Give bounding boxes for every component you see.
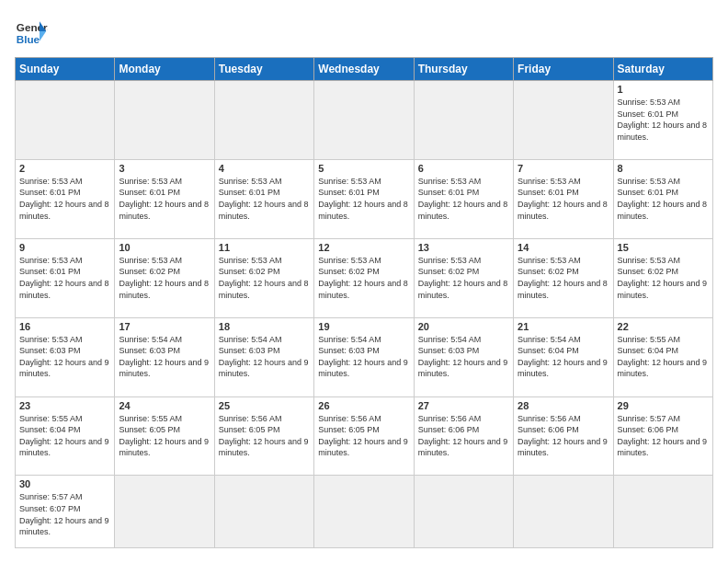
calendar-cell: 3Sunrise: 5:53 AMSunset: 6:01 PMDaylight… xyxy=(115,159,214,238)
day-info: Sunrise: 5:54 AMSunset: 6:04 PMDaylight:… xyxy=(518,334,609,380)
day-info: Sunrise: 5:55 AMSunset: 6:04 PMDaylight:… xyxy=(19,413,110,459)
calendar-cell: 20Sunrise: 5:54 AMSunset: 6:03 PMDayligh… xyxy=(414,317,513,396)
day-number: 9 xyxy=(19,242,110,253)
calendar-week-3: 9Sunrise: 5:53 AMSunset: 6:01 PMDaylight… xyxy=(16,238,713,317)
calendar-cell: 15Sunrise: 5:53 AMSunset: 6:02 PMDayligh… xyxy=(613,238,712,317)
day-info: Sunrise: 5:53 AMSunset: 6:02 PMDaylight:… xyxy=(618,255,709,301)
page: General Blue SundayMondayTuesdayWednesda… xyxy=(0,0,728,563)
calendar-cell: 29Sunrise: 5:57 AMSunset: 6:06 PMDayligh… xyxy=(613,396,712,476)
day-info: Sunrise: 5:53 AMSunset: 6:02 PMDaylight:… xyxy=(518,255,609,301)
day-info: Sunrise: 5:54 AMSunset: 6:03 PMDaylight:… xyxy=(219,334,310,380)
calendar-header-row: SundayMondayTuesdayWednesdayThursdayFrid… xyxy=(16,58,713,81)
day-number: 25 xyxy=(219,400,310,411)
calendar-header-wednesday: Wednesday xyxy=(314,58,414,81)
day-number: 18 xyxy=(219,321,310,332)
calendar-cell: 27Sunrise: 5:56 AMSunset: 6:06 PMDayligh… xyxy=(414,396,513,476)
calendar-header-thursday: Thursday xyxy=(414,58,513,81)
day-info: Sunrise: 5:53 AMSunset: 6:01 PMDaylight:… xyxy=(418,176,509,222)
calendar-cell: 25Sunrise: 5:56 AMSunset: 6:05 PMDayligh… xyxy=(214,396,313,476)
day-number: 4 xyxy=(219,163,310,174)
day-number: 13 xyxy=(418,242,509,253)
day-info: Sunrise: 5:54 AMSunset: 6:03 PMDaylight:… xyxy=(418,334,509,380)
calendar-cell: 5Sunrise: 5:53 AMSunset: 6:01 PMDaylight… xyxy=(314,159,414,238)
day-info: Sunrise: 5:53 AMSunset: 6:03 PMDaylight:… xyxy=(19,334,110,380)
day-info: Sunrise: 5:56 AMSunset: 6:05 PMDaylight:… xyxy=(219,413,310,459)
calendar-cell: 14Sunrise: 5:53 AMSunset: 6:02 PMDayligh… xyxy=(514,238,613,317)
day-number: 24 xyxy=(119,400,210,411)
calendar-cell xyxy=(514,81,613,160)
calendar-table: SundayMondayTuesdayWednesdayThursdayFrid… xyxy=(15,57,713,548)
day-info: Sunrise: 5:53 AMSunset: 6:01 PMDaylight:… xyxy=(618,176,709,222)
calendar-cell xyxy=(314,81,414,160)
day-number: 17 xyxy=(119,321,210,332)
svg-marker-3 xyxy=(40,31,46,41)
day-number: 5 xyxy=(318,163,409,174)
calendar-cell xyxy=(115,476,214,548)
calendar-cell: 24Sunrise: 5:55 AMSunset: 6:05 PMDayligh… xyxy=(115,396,214,476)
day-info: Sunrise: 5:57 AMSunset: 6:07 PMDaylight:… xyxy=(19,491,110,537)
calendar-cell xyxy=(16,81,115,160)
day-number: 8 xyxy=(618,163,709,174)
calendar-cell: 26Sunrise: 5:56 AMSunset: 6:05 PMDayligh… xyxy=(314,396,414,476)
day-number: 1 xyxy=(618,84,709,95)
day-info: Sunrise: 5:56 AMSunset: 6:06 PMDaylight:… xyxy=(418,413,509,459)
calendar-week-1: 1Sunrise: 5:53 AMSunset: 6:01 PMDaylight… xyxy=(16,81,713,160)
calendar-cell: 2Sunrise: 5:53 AMSunset: 6:01 PMDaylight… xyxy=(16,159,115,238)
calendar-cell xyxy=(214,81,313,160)
day-info: Sunrise: 5:53 AMSunset: 6:01 PMDaylight:… xyxy=(618,97,709,143)
calendar-cell xyxy=(214,476,313,548)
calendar-cell: 11Sunrise: 5:53 AMSunset: 6:02 PMDayligh… xyxy=(214,238,313,317)
calendar-header-saturday: Saturday xyxy=(613,58,712,81)
calendar-cell: 18Sunrise: 5:54 AMSunset: 6:03 PMDayligh… xyxy=(214,317,313,396)
calendar-cell: 8Sunrise: 5:53 AMSunset: 6:01 PMDaylight… xyxy=(613,159,712,238)
calendar-cell: 17Sunrise: 5:54 AMSunset: 6:03 PMDayligh… xyxy=(115,317,214,396)
calendar-week-4: 16Sunrise: 5:53 AMSunset: 6:03 PMDayligh… xyxy=(16,317,713,396)
calendar-cell xyxy=(414,81,513,160)
calendar-cell: 10Sunrise: 5:53 AMSunset: 6:02 PMDayligh… xyxy=(115,238,214,317)
day-number: 26 xyxy=(318,400,409,411)
day-number: 28 xyxy=(518,400,609,411)
day-number: 7 xyxy=(518,163,609,174)
day-number: 15 xyxy=(618,242,709,253)
calendar-cell: 4Sunrise: 5:53 AMSunset: 6:01 PMDaylight… xyxy=(214,159,313,238)
calendar-week-5: 23Sunrise: 5:55 AMSunset: 6:04 PMDayligh… xyxy=(16,396,713,476)
day-info: Sunrise: 5:53 AMSunset: 6:02 PMDaylight:… xyxy=(418,255,509,301)
day-number: 12 xyxy=(318,242,409,253)
day-number: 14 xyxy=(518,242,609,253)
day-number: 22 xyxy=(618,321,709,332)
day-info: Sunrise: 5:55 AMSunset: 6:05 PMDaylight:… xyxy=(119,413,210,459)
calendar-header-sunday: Sunday xyxy=(16,58,115,81)
calendar-cell: 13Sunrise: 5:53 AMSunset: 6:02 PMDayligh… xyxy=(414,238,513,317)
calendar-cell: 9Sunrise: 5:53 AMSunset: 6:01 PMDaylight… xyxy=(16,238,115,317)
calendar-cell: 22Sunrise: 5:55 AMSunset: 6:04 PMDayligh… xyxy=(613,317,712,396)
day-info: Sunrise: 5:53 AMSunset: 6:01 PMDaylight:… xyxy=(318,176,409,222)
day-info: Sunrise: 5:53 AMSunset: 6:01 PMDaylight:… xyxy=(119,176,210,222)
day-info: Sunrise: 5:53 AMSunset: 6:01 PMDaylight:… xyxy=(219,176,310,222)
day-number: 30 xyxy=(19,478,110,489)
calendar-header-friday: Friday xyxy=(514,58,613,81)
calendar-cell: 6Sunrise: 5:53 AMSunset: 6:01 PMDaylight… xyxy=(414,159,513,238)
calendar-cell xyxy=(314,476,414,548)
day-info: Sunrise: 5:53 AMSunset: 6:01 PMDaylight:… xyxy=(518,176,609,222)
svg-text:Blue: Blue xyxy=(17,33,40,45)
day-info: Sunrise: 5:56 AMSunset: 6:06 PMDaylight:… xyxy=(518,413,609,459)
calendar-cell xyxy=(514,476,613,548)
calendar-cell: 23Sunrise: 5:55 AMSunset: 6:04 PMDayligh… xyxy=(16,396,115,476)
day-info: Sunrise: 5:53 AMSunset: 6:02 PMDaylight:… xyxy=(119,255,210,301)
day-number: 11 xyxy=(219,242,310,253)
calendar-cell: 12Sunrise: 5:53 AMSunset: 6:02 PMDayligh… xyxy=(314,238,414,317)
day-number: 19 xyxy=(318,321,409,332)
day-number: 10 xyxy=(119,242,210,253)
day-number: 16 xyxy=(19,321,110,332)
calendar-cell xyxy=(414,476,513,548)
calendar-header-tuesday: Tuesday xyxy=(214,58,313,81)
day-number: 6 xyxy=(418,163,509,174)
logo-icon: General Blue xyxy=(15,15,48,48)
day-info: Sunrise: 5:53 AMSunset: 6:01 PMDaylight:… xyxy=(19,176,110,222)
day-number: 2 xyxy=(19,163,110,174)
day-number: 27 xyxy=(418,400,509,411)
calendar-cell: 16Sunrise: 5:53 AMSunset: 6:03 PMDayligh… xyxy=(16,317,115,396)
day-info: Sunrise: 5:53 AMSunset: 6:01 PMDaylight:… xyxy=(19,255,110,301)
day-info: Sunrise: 5:55 AMSunset: 6:04 PMDaylight:… xyxy=(618,334,709,380)
day-number: 23 xyxy=(19,400,110,411)
